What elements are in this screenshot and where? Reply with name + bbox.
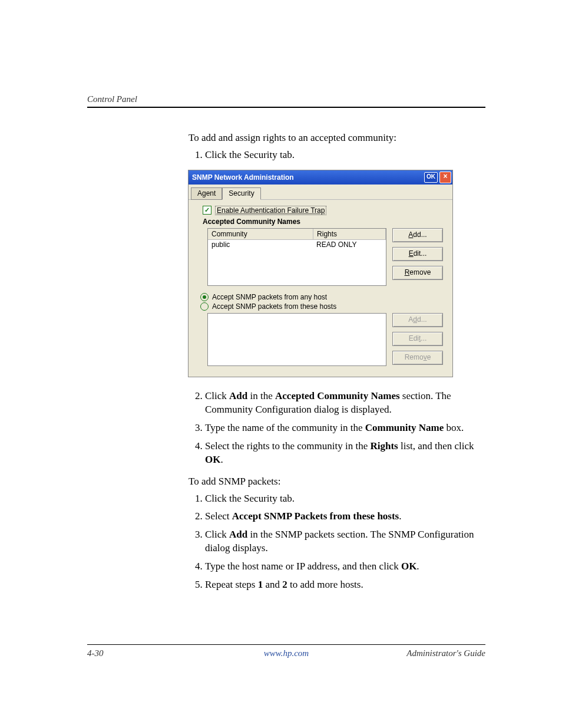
hosts-listview: [207, 313, 386, 366]
titlebar: SNMP Network Administration OK ×: [189, 170, 452, 185]
step-item: Click Add in the SNMP packets section. T…: [205, 528, 485, 555]
hosts-add-button: Add...: [392, 313, 443, 327]
step-item: Select Accept SNMP Packets from these ho…: [205, 510, 485, 523]
checkbox-auth-failure-trap[interactable]: ✓: [203, 206, 211, 215]
intro-paragraph-2: To add SNMP packets:: [189, 475, 485, 489]
steps-list-2: Click Add in the Accepted Community Name…: [189, 390, 485, 467]
step-item: Click the Security tab.: [205, 492, 485, 506]
steps-list-1: Click the Security tab.: [189, 149, 485, 162]
step-item: Type the host name or IP address, and th…: [205, 560, 485, 574]
cell-community: public: [208, 240, 313, 249]
header-rule: [87, 107, 485, 108]
group-title-accepted-names: Accepted Community Names: [203, 218, 447, 226]
dialog-screenshot: SNMP Network Administration OK × Agent S…: [189, 170, 452, 377]
footer-title: Administrator's Guide: [353, 648, 485, 658]
step-item: Click the Security tab.: [205, 149, 485, 162]
edit-button[interactable]: Edit...: [392, 247, 443, 261]
step-item: Select the rights to the community in th…: [205, 440, 485, 467]
tab-security[interactable]: Security: [222, 187, 260, 200]
community-listview[interactable]: Community Rights public READ ONLY: [207, 228, 386, 286]
step-item: Click Add in the Accepted Community Name…: [205, 390, 485, 417]
dialog-title: SNMP Network Administration: [192, 173, 294, 182]
column-header-community[interactable]: Community: [208, 229, 313, 239]
section-header: Control Panel: [87, 94, 485, 104]
step-item: Type the name of the community in the Co…: [205, 421, 485, 435]
add-button[interactable]: Add...: [392, 228, 443, 242]
radio-label-these[interactable]: Accept SNMP packets from these hosts: [212, 302, 336, 311]
titlebar-ok-button[interactable]: OK: [424, 172, 438, 183]
tab-strip: Agent Security: [189, 185, 452, 200]
table-row[interactable]: public READ ONLY: [208, 240, 386, 249]
footer-rule: [87, 644, 485, 645]
radio-these-hosts[interactable]: [200, 302, 209, 311]
column-header-rights[interactable]: Rights: [313, 229, 386, 239]
cell-rights: READ ONLY: [313, 240, 386, 249]
remove-button[interactable]: Remove: [392, 266, 443, 280]
intro-paragraph: To add and assign rights to an accepted …: [189, 131, 485, 145]
radio-label-any[interactable]: Accept SNMP packets from any host: [212, 293, 327, 301]
footer-url: www.hp.com: [220, 648, 352, 658]
radio-any-host[interactable]: [200, 293, 209, 301]
steps-list-3: Click the Security tab. Select Accept SN…: [189, 492, 485, 592]
close-icon[interactable]: ×: [439, 172, 451, 183]
hosts-edit-button: Edit...: [392, 332, 443, 346]
step-item: Repeat steps 1 and 2 to add more hosts.: [205, 578, 485, 592]
hosts-remove-button: Remove: [392, 351, 443, 365]
checkbox-label[interactable]: Enable Authentication Failure Trap: [215, 206, 326, 215]
page-number: 4-30: [87, 648, 220, 658]
tab-agent[interactable]: Agent: [191, 187, 222, 200]
